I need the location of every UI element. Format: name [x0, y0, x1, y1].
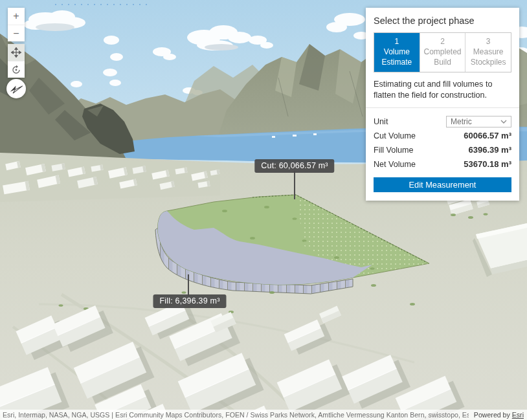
cut-leader-line: [294, 171, 295, 199]
tab-completed-build[interactable]: 2 Completed Build: [420, 33, 465, 72]
cut-volume-row: Cut Volume 60066.57 m³: [374, 129, 511, 142]
compass-button[interactable]: [6, 79, 26, 98]
esri-link[interactable]: Esri: [512, 411, 524, 419]
chevron-down-icon: [500, 120, 507, 124]
shore-band: [0, 158, 220, 202]
panel-title: Select the project phase: [374, 16, 511, 26]
attribution-sources: Esri, Intermap, NASA, NGA, USGS | Esri C…: [3, 411, 469, 419]
phase-tabs: 1 Volume Estimate 2 Completed Build 3 Me…: [374, 32, 511, 72]
navigation-controls: [8, 44, 25, 78]
powered-by-text: Powered by: [474, 411, 512, 419]
unit-value: Metric: [451, 117, 472, 126]
tab-measure-stockpiles[interactable]: 3 Measure Stockpiles: [465, 33, 511, 72]
cut-volume-value: 60066.57 m³: [464, 131, 511, 140]
tab-number: 3: [467, 37, 509, 47]
cut-volume-label: Cut Volume: [374, 131, 416, 140]
tab-label: Measure Stockpiles: [467, 47, 509, 67]
tab-number: 1: [376, 37, 418, 47]
tab-number: 2: [422, 37, 464, 47]
pan-icon: [11, 47, 21, 58]
rotate-icon: [11, 65, 21, 75]
powered-by: Powered by Esri: [469, 411, 524, 419]
zoom-out-button[interactable]: −: [8, 25, 25, 41]
phase-panel: Select the project phase 1 Volume Estima…: [366, 8, 519, 201]
minus-icon: −: [13, 28, 19, 39]
tab-label: Completed Build: [422, 47, 464, 67]
attribution-bar: Esri, Intermap, NASA, NGA, USGS | Esri C…: [0, 410, 527, 420]
fill-volume-tooltip: Fill: 6,396.39 m³: [153, 294, 226, 308]
unit-select[interactable]: Metric: [446, 116, 511, 127]
net-volume-row: Net Volume 53670.18 m³: [374, 157, 511, 171]
compass-icon: [8, 80, 25, 97]
zoom-controls: + −: [8, 8, 25, 41]
pan-button[interactable]: [8, 44, 25, 61]
cut-volume-tooltip: Cut: 60,066.57 m³: [254, 159, 334, 173]
zoom-in-button[interactable]: +: [8, 8, 25, 25]
net-volume-label: Net Volume: [374, 160, 416, 169]
unit-row: Unit Metric: [374, 115, 511, 128]
fill-leader-line: [188, 274, 189, 296]
fill-volume-value: 6396.39 m³: [469, 145, 512, 155]
scene-viewer: Cut: 60,066.57 m³ Fill: 6,396.39 m³ + −: [0, 0, 527, 420]
tab-label: Volume Estimate: [376, 47, 418, 67]
fill-volume-row: Fill Volume 6396.39 m³: [374, 143, 511, 157]
rotate-button[interactable]: [8, 61, 25, 78]
net-volume-value: 53670.18 m³: [464, 159, 511, 169]
tab-volume-estimate[interactable]: 1 Volume Estimate: [374, 33, 420, 72]
unit-label: Unit: [374, 117, 388, 126]
edit-measurement-button[interactable]: Edit Measurement: [374, 177, 511, 192]
panel-divider: [366, 107, 519, 108]
plus-icon: +: [13, 11, 19, 21]
phase-description: Estimating cut and fill volumes to flatt…: [374, 79, 511, 100]
fill-volume-label: Fill Volume: [374, 146, 414, 155]
